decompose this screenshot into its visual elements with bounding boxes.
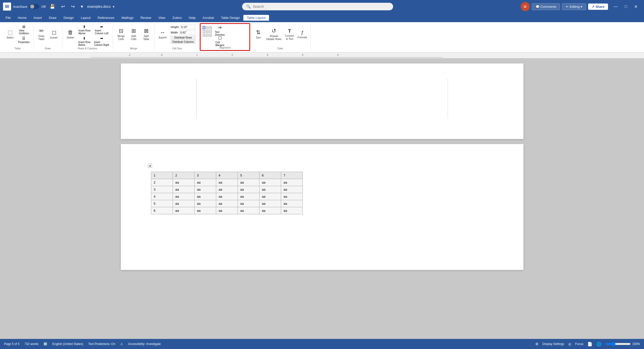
menu-layout[interactable]: Layout xyxy=(77,15,94,21)
table-cell[interactable]: aa xyxy=(173,200,194,207)
insert-col-right-button[interactable]: ➡ InsertColumn Right xyxy=(92,36,111,47)
menu-review[interactable]: Review xyxy=(137,15,155,21)
table-cell[interactable]: aa xyxy=(259,186,281,193)
select-button[interactable]: ⬚ Select xyxy=(4,24,16,44)
delete-button[interactable]: 🗑 Delete xyxy=(64,24,77,44)
eraser-button[interactable]: ◻ Eraser xyxy=(48,24,60,44)
menu-zotero[interactable]: Zotero xyxy=(169,15,185,21)
table-cell[interactable]: 3 xyxy=(194,172,216,179)
split-cells-button[interactable]: ⊞ SplitCells xyxy=(128,24,140,44)
table-cell[interactable]: 6 xyxy=(259,172,281,179)
align-bottom-center[interactable]: ⬚ xyxy=(206,33,209,37)
table-cell[interactable]: 6 xyxy=(151,207,173,214)
menu-references[interactable]: References xyxy=(94,15,118,21)
more-button[interactable]: ▾ xyxy=(79,3,85,10)
formula-button[interactable]: ƒ Formula xyxy=(296,24,309,44)
table-cell[interactable]: 7 xyxy=(281,172,302,179)
table-cell[interactable]: aa xyxy=(216,193,238,200)
split-table-button[interactable]: ⊠ SplitTable xyxy=(140,24,152,44)
share-button[interactable]: ↗ Share xyxy=(588,4,608,10)
display-settings[interactable]: Display Settings xyxy=(543,342,564,346)
table-cell[interactable]: aa xyxy=(281,207,302,214)
align-middle-center[interactable]: ⬚ xyxy=(206,30,209,33)
align-top-left[interactable]: ⬚ xyxy=(203,26,205,29)
table-cell[interactable]: aa xyxy=(281,186,302,193)
width-input[interactable] xyxy=(179,30,195,35)
align-bottom-left[interactable]: ⬚ xyxy=(203,33,205,37)
table-cell[interactable]: aa xyxy=(216,186,238,193)
autofit-button[interactable]: ↔ AutoFit xyxy=(157,24,169,44)
autosave-toggle[interactable] xyxy=(29,4,39,9)
table-cell[interactable]: aa xyxy=(281,179,302,186)
distribute-cols-button[interactable]: Distribute Columns xyxy=(171,40,196,44)
table-cell[interactable]: aa xyxy=(281,200,302,207)
focus-mode[interactable]: Focus xyxy=(575,342,584,346)
table-cell[interactable]: aa xyxy=(238,179,259,186)
menu-table-layout[interactable]: Table Layout xyxy=(243,15,269,21)
height-input[interactable] xyxy=(180,25,196,29)
menu-file[interactable]: File xyxy=(2,15,14,21)
menu-insert[interactable]: Insert xyxy=(30,15,46,21)
restore-button[interactable]: □ xyxy=(621,3,631,11)
save-button[interactable]: 💾 xyxy=(48,3,57,10)
menu-view[interactable]: View xyxy=(155,15,169,21)
table-move-handle[interactable]: ⊕ xyxy=(148,164,152,168)
menu-draw[interactable]: Draw xyxy=(45,15,60,21)
convert-to-text-button[interactable]: T Convertto Text xyxy=(284,24,296,44)
repeat-header-button[interactable]: ↺ RepeatHeader Rows xyxy=(265,24,283,44)
table-cell[interactable]: 5 xyxy=(238,172,259,179)
table-cell[interactable]: aa xyxy=(173,207,194,214)
table-cell[interactable]: aa xyxy=(238,186,259,193)
table-cell[interactable]: aa xyxy=(216,200,238,207)
table-cell[interactable]: aa xyxy=(194,179,216,186)
sort-button[interactable]: ⇅ Sort xyxy=(252,24,264,44)
table-cell[interactable]: aa xyxy=(173,193,194,200)
close-button[interactable]: ✕ xyxy=(631,3,641,11)
align-top-center[interactable]: ⬚ xyxy=(206,26,209,29)
table-cell[interactable]: 2 xyxy=(151,179,173,186)
insert-row-above-button[interactable]: ⬆ Insert RowAbove xyxy=(77,24,92,35)
table-cell[interactable]: aa xyxy=(194,193,216,200)
table-cell[interactable]: aa xyxy=(238,207,259,214)
undo-button[interactable]: ↩ xyxy=(59,3,67,10)
menu-table-design[interactable]: Table Design xyxy=(217,15,243,21)
search-input[interactable] xyxy=(253,5,389,9)
table-cell[interactable]: 1 xyxy=(151,172,173,179)
table-cell[interactable]: 2 xyxy=(173,172,194,179)
language[interactable]: English (United States) xyxy=(52,342,83,346)
menu-mailings[interactable]: Mailings xyxy=(118,15,137,21)
align-middle-left[interactable]: ⬚ xyxy=(203,30,205,33)
editing-button[interactable]: ✏ Editing ▾ xyxy=(562,3,586,10)
table-cell[interactable]: 5 xyxy=(151,200,173,207)
distribute-rows-button[interactable]: Distribute Rows xyxy=(171,36,196,40)
zoom-level[interactable]: 150% xyxy=(632,342,640,346)
table-cell[interactable]: 4 xyxy=(151,193,173,200)
view-gridlines-button[interactable]: ⊞ ViewGridlines xyxy=(17,24,31,35)
table-cell[interactable]: aa xyxy=(194,207,216,214)
insert-col-left-button[interactable]: ⬅ InsertColumn Left xyxy=(92,24,111,35)
table-cell[interactable]: aa xyxy=(216,179,238,186)
merge-cells-button[interactable]: ⊟ MergeCells xyxy=(115,24,127,44)
table-cell[interactable]: aa xyxy=(216,207,238,214)
table-cell[interactable]: aa xyxy=(238,200,259,207)
table-cell[interactable]: aa xyxy=(259,179,281,186)
insert-row-below-button[interactable]: ⬇ Insert RowBelow xyxy=(77,36,92,47)
table-cell[interactable]: aa xyxy=(259,200,281,207)
zoom-slider[interactable] xyxy=(605,342,631,346)
comments-button[interactable]: 💬 Comments xyxy=(532,3,560,10)
align-top-right[interactable]: ⬚ xyxy=(209,26,212,29)
table-cell[interactable]: aa xyxy=(173,179,194,186)
menu-home[interactable]: Home xyxy=(14,15,30,21)
table-cell[interactable]: 4 xyxy=(216,172,238,179)
minimize-button[interactable]: — xyxy=(610,3,621,11)
table-cell[interactable]: aa xyxy=(173,186,194,193)
search-box[interactable]: 🔍 xyxy=(242,3,393,10)
table-cell[interactable]: aa xyxy=(259,207,281,214)
align-middle-right[interactable]: ⬚ xyxy=(209,30,212,33)
properties-button[interactable]: ☰ Properties xyxy=(17,36,31,44)
table-cell[interactable]: aa xyxy=(259,193,281,200)
cell-margins-button[interactable]: ☐ CellMargins xyxy=(213,37,226,46)
text-direction-button[interactable]: ⇒ TextDirection xyxy=(213,25,226,36)
table-cell[interactable]: aa xyxy=(281,193,302,200)
menu-acrobat[interactable]: Acrobat xyxy=(199,15,217,21)
